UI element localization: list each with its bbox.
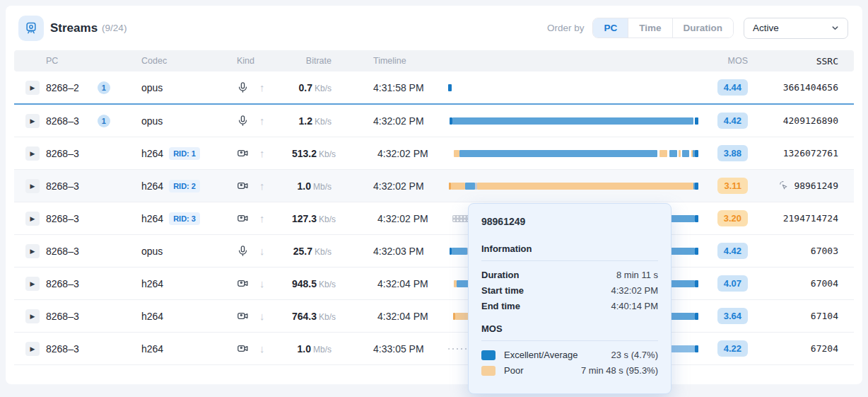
status-filter-select[interactable]: Active	[744, 18, 848, 39]
order-by-duration-button[interactable]: Duration	[673, 18, 734, 38]
direction-icon: ↑	[259, 81, 265, 93]
timeline-segment	[451, 183, 465, 190]
play-button[interactable]: ▶	[25, 212, 40, 226]
table-row[interactable]: ▶ 8268–3 h264 ↓ 764.3 Kb/s 4:32:04 PM	[14, 300, 854, 333]
mos-badge[interactable]: 3.88	[717, 145, 748, 161]
column-header-ssrc: SSRC	[748, 56, 838, 67]
panel-title-group: Streams (9/24)	[18, 16, 127, 41]
timeline-segment	[695, 345, 698, 352]
stream-count: (9/24)	[102, 23, 127, 33]
start-time: 4:32:02 PM	[377, 148, 428, 159]
page-title: Streams	[50, 21, 98, 35]
track-count-badge: 1	[98, 81, 110, 94]
mos-badge[interactable]: 3.11	[717, 178, 748, 194]
end-time-value: 4:40:14 PM	[611, 301, 659, 311]
tooltip-information-heading: Information	[481, 243, 658, 254]
divider	[481, 340, 658, 341]
play-button[interactable]: ▶	[25, 81, 40, 95]
timeline-track[interactable]	[448, 117, 698, 125]
direction-icon: ↑	[259, 212, 265, 224]
poor-label: Poor	[504, 365, 523, 376]
timeline-track[interactable]	[452, 150, 698, 157]
pc-label: 8268–3	[46, 115, 79, 127]
start-time: 4:33:05 PM	[373, 343, 424, 355]
codec-label: opus	[141, 115, 163, 127]
table-row[interactable]: ▶ 8268–3 h264 RID: 1 ↑ 513.2 Kb/s 4:32:0…	[14, 137, 854, 170]
column-header-pc: PC	[46, 56, 141, 66]
timeline-segment	[477, 183, 693, 190]
video-camera-icon	[237, 147, 249, 159]
play-button[interactable]: ▶	[25, 114, 40, 128]
pc-label: 8268–3	[46, 246, 79, 257]
table-row[interactable]: ▶ 8268–3 h264 RID: 3 ↑ 127.3 Kb/s 4:32:0…	[14, 202, 854, 235]
table-row[interactable]: ▶ 8268–3 opus ↓ 25.7 Kb/s 4:32:03 PM	[14, 235, 854, 267]
pc-label: 8268–3	[46, 213, 79, 224]
play-icon: ▶	[30, 345, 35, 352]
table-row[interactable]: ▶ 8268–3 h264 ↓ 948.5 Kb/s 4:32:04 PM	[14, 267, 854, 300]
order-by-time-button[interactable]: Time	[628, 18, 672, 38]
timeline-segment	[459, 150, 657, 157]
bitrate-unit: Kb/s	[319, 280, 336, 289]
mos-badge[interactable]: 4.07	[717, 275, 748, 292]
video-camera-icon	[237, 180, 249, 192]
tooltip-row-start-time: Start time 4:32:02 PM	[481, 285, 658, 296]
bitrate-value: 513.2	[292, 148, 317, 159]
timeline-track[interactable]	[448, 183, 698, 190]
play-icon: ▶	[30, 313, 35, 320]
order-by-pc-button[interactable]: PC	[593, 18, 628, 38]
streams-panel: Streams (9/24) Order by PC Time Duration…	[6, 6, 862, 384]
start-time-label: Start time	[481, 285, 524, 296]
panel-header: Streams (9/24) Order by PC Time Duration…	[6, 6, 862, 50]
streams-table: PC Codec Kind Bitrate Timeline MOS SSRC …	[14, 50, 854, 365]
start-time: 4:32:02 PM	[373, 115, 424, 127]
direction-icon: ↓	[259, 343, 265, 355]
order-by-label: Order by	[547, 23, 585, 33]
video-camera-icon	[237, 310, 249, 322]
column-header-mos: MOS	[698, 56, 748, 66]
start-time: 4:32:04 PM	[377, 311, 428, 322]
play-button[interactable]: ▶	[25, 342, 40, 356]
table-row[interactable]: ▶ 8268–2 1 opus ↑ 0.7 Kb/s 4:31:58 PM	[14, 71, 854, 105]
codec-label: h264	[141, 180, 163, 192]
column-header-codec: Codec	[141, 56, 237, 66]
end-time-label: End time	[481, 301, 520, 311]
table-row[interactable]: ▶ 8268–3 1 opus ↑ 1.2 Kb/s 4:32:02 PM	[14, 105, 854, 137]
play-button[interactable]: ▶	[25, 244, 40, 258]
tooltip-row-duration: Duration 8 min 11 s	[481, 270, 658, 280]
table-row[interactable]: ▶ 8268–3 h264 ↓ 1.0 Mb/s 4:33:05 PM	[14, 333, 854, 365]
stream-tooltip: 98961249 Information Duration 8 min 11 s…	[468, 203, 671, 394]
timeline-segment	[695, 183, 698, 190]
ssrc-value: 3661404656	[783, 82, 838, 93]
ssrc-value: 67003	[811, 246, 838, 256]
mos-badge[interactable]: 3.20	[717, 210, 748, 226]
bitrate-unit: Kb/s	[319, 214, 336, 224]
timeline-track[interactable]	[448, 84, 698, 91]
tooltip-mos-heading: MOS	[481, 323, 658, 334]
play-button[interactable]: ▶	[25, 179, 40, 193]
mos-badge[interactable]: 4.22	[717, 340, 748, 357]
bitrate-value: 0.7	[299, 82, 312, 93]
mos-badge[interactable]: 4.42	[717, 113, 748, 129]
bitrate-value: 764.3	[292, 311, 317, 322]
bitrate-value: 1.0	[298, 180, 311, 192]
cursor-click-icon	[778, 180, 789, 191]
play-button[interactable]: ▶	[25, 309, 40, 323]
play-button[interactable]: ▶	[25, 277, 40, 291]
timeline-segment	[448, 84, 452, 91]
table-row[interactable]: ▶ 8268–3 h264 RID: 2 ↑ 1.0 Mb/s 4:32:02 …	[14, 170, 854, 202]
bitrate-value: 1.0	[298, 343, 311, 355]
mos-badge[interactable]: 4.42	[717, 243, 748, 259]
tooltip-title: 98961249	[481, 216, 658, 227]
pc-label: 8268–3	[46, 311, 79, 322]
ssrc-value: 1326072761	[783, 148, 838, 159]
bitrate-unit: Kb/s	[319, 149, 336, 159]
pc-label: 8268–3	[46, 148, 79, 159]
excellent-swatch	[481, 350, 495, 360]
header-controls: Order by PC Time Duration Active	[547, 18, 848, 39]
play-button[interactable]: ▶	[25, 146, 40, 161]
stream-rows: ▶ 8268–2 1 opus ↑ 0.7 Kb/s 4:31:58 PM	[14, 71, 854, 365]
bitrate-unit: Kb/s	[315, 84, 332, 93]
codec-label: h264	[141, 278, 163, 289]
mos-badge[interactable]: 4.44	[717, 79, 748, 96]
mos-badge[interactable]: 3.64	[717, 308, 748, 324]
